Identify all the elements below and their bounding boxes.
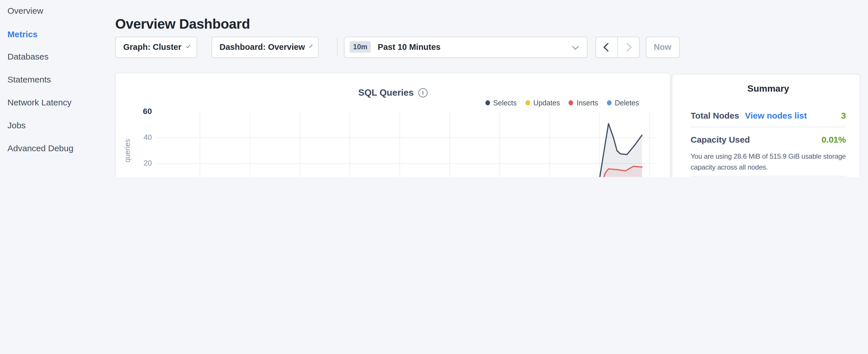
chevron-left-icon xyxy=(603,42,612,51)
sidebar-item-network-latency[interactable]: Network Latency xyxy=(7,96,71,109)
sidebar-item-metrics[interactable]: Metrics xyxy=(7,28,37,41)
sidebar-item-databases[interactable]: Databases xyxy=(7,51,49,63)
page-title: Overview Dashboard xyxy=(115,16,250,32)
sidebar-item-jobs[interactable]: Jobs xyxy=(7,119,26,132)
divider xyxy=(691,176,846,176)
summary-label: Total Nodes xyxy=(691,109,739,123)
time-range-badge: 10m xyxy=(350,41,371,53)
time-step-forward-button[interactable] xyxy=(617,37,639,57)
svg-text:40: 40 xyxy=(144,133,152,141)
summary-description: You are using 28.6 MiB of 515.9 GiB usab… xyxy=(691,151,846,172)
sql-queries-chart[interactable]: 16:3816:3916:4016:4116:4216:4316:4416:45… xyxy=(116,73,671,177)
summary-value: 3 xyxy=(841,109,846,123)
dashboard-label: Dashboard: Overview xyxy=(219,42,305,52)
time-range-dropdown[interactable]: 10m Past 10 Minutes xyxy=(344,36,587,58)
graph-scope-label: Graph: Cluster xyxy=(123,42,181,52)
summary-value: 0.01% xyxy=(822,133,846,147)
sql-queries-chart-panel: SQL Queries i SelectsUpdatesInsertsDelet… xyxy=(115,72,671,177)
summary-row-total-nodes: Total Nodes View nodes list 3 xyxy=(691,109,846,123)
sidebar-item-statements[interactable]: Statements xyxy=(7,73,51,86)
chevron-down-icon xyxy=(309,44,312,47)
summary-row-capacity-used: Capacity Used 0.01% xyxy=(691,133,846,147)
time-step-back-button[interactable] xyxy=(596,37,617,57)
sidebar-item-overview[interactable]: Overview xyxy=(7,5,43,17)
svg-text:60: 60 xyxy=(143,106,152,116)
view-nodes-list-link[interactable]: View nodes list xyxy=(745,109,807,123)
chevron-right-icon xyxy=(622,42,631,51)
cluster-summary-panel: Summary Total Nodes View nodes list 3 Ca… xyxy=(672,74,860,177)
svg-text:queries: queries xyxy=(123,139,131,162)
graph-scope-dropdown[interactable]: Graph: Cluster xyxy=(115,36,197,58)
time-range-label: Past 10 Minutes xyxy=(378,42,440,52)
toolbar-divider xyxy=(337,37,337,57)
chevron-down-icon xyxy=(186,44,190,48)
svg-text:20: 20 xyxy=(144,158,152,167)
summary-heading: Summary xyxy=(691,84,846,94)
summary-label: Capacity Used xyxy=(691,133,750,147)
chevron-down-icon xyxy=(572,43,579,50)
metrics-page: Overview Metrics Databases Statements Ne… xyxy=(0,0,868,177)
time-step-buttons xyxy=(595,36,639,58)
now-button[interactable]: Now xyxy=(646,36,679,58)
sidebar-item-advanced-debug[interactable]: Advanced Debug xyxy=(7,142,73,155)
divider xyxy=(691,127,846,127)
dashboard-dropdown[interactable]: Dashboard: Overview xyxy=(212,36,319,58)
